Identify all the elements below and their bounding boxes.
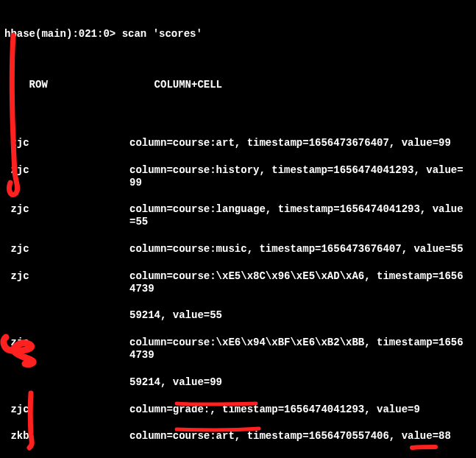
cell-value: column=course:art, timestamp=16564705574… (129, 430, 468, 443)
data-row: zjccolumn=course:music, timestamp=165647… (4, 243, 472, 270)
data-row-continuation: 59214, value=99 (4, 376, 472, 404)
row-key: zkb (4, 430, 129, 443)
data-row: zjccolumn=course:\xE6\x94\xBF\xE6\xB2\xB… (4, 337, 472, 376)
rows-container: zjccolumn=course:art, timestamp=16564736… (4, 137, 472, 458)
command-prompt: hbase(main):021:0> scan 'scores' (4, 28, 472, 42)
data-row: zkbcolumn=course:art, timestamp=16564705… (4, 430, 472, 457)
data-row-continuation: 59214, value=55 (4, 309, 472, 337)
cell-value: column=course:\xE5\x8C\x96\xE5\xAD\xA6, … (129, 270, 468, 295)
row-key: zjc (4, 404, 129, 416)
data-row: zjccolumn=course:language, timestamp=165… (4, 203, 472, 243)
cell-value: column=course:art, timestamp=16564736764… (129, 137, 468, 149)
cell-continuation: 59214, value=55 (129, 309, 468, 322)
data-row: zjccolumn=course:history, timestamp=1656… (4, 164, 472, 204)
data-row: zjccolumn=course:\xE5\x8C\x96\xE5\xAD\xA… (4, 270, 472, 310)
row-key: zjc (4, 203, 129, 216)
cell-value: column=course:\xE6\x94\xBF\xE6\xB2\xBB, … (129, 337, 468, 362)
data-row: zjccolumn=course:art, timestamp=16564736… (4, 137, 472, 164)
row-key: zjc (4, 337, 129, 349)
cell-value: column=grade:, timestamp=1656474041293, … (129, 404, 468, 416)
row-key: zjc (4, 243, 129, 256)
row-key: zjc (4, 164, 129, 177)
cell-value: column=course:history, timestamp=1656474… (129, 164, 468, 189)
header-row-label: ROW (29, 79, 154, 91)
terminal-output: hbase(main):021:0> scan 'scores' ROWCOLU… (4, 3, 472, 458)
data-row: zjccolumn=grade:, timestamp=165647404129… (4, 404, 472, 431)
header-col-label: COLUMN+CELL (154, 79, 222, 91)
row-key: zjc (4, 270, 129, 283)
row-key: zjc (4, 137, 129, 149)
cell-value: column=course:language, timestamp=165647… (129, 203, 468, 228)
header-row: ROWCOLUMN+CELL (4, 66, 472, 112)
cell-continuation: 59214, value=99 (129, 376, 468, 389)
cell-value: column=course:music, timestamp=165647367… (129, 243, 468, 256)
